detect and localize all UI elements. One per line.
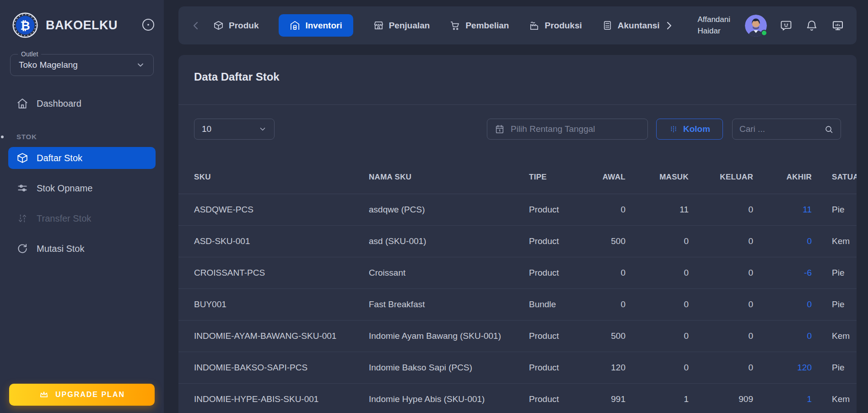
column-header-masuk[interactable]: MASUK (625, 161, 689, 194)
date-range-placeholder: Pilih Rentang Tanggal (511, 124, 595, 134)
avatar[interactable] (745, 15, 767, 37)
cell-sku: ASD-SKU-001 (178, 225, 369, 257)
column-header-akhir[interactable]: AKHIR (753, 161, 812, 194)
transfer-arrows-icon (16, 212, 28, 224)
cell-nama: Indomie Hype Abis (SKU-001) (369, 383, 529, 413)
cell-akhir[interactable]: 1 (753, 383, 812, 413)
page-size-select[interactable]: 10 (194, 119, 275, 140)
cell-masuk: 1 (625, 383, 689, 413)
chat-icon[interactable] (780, 19, 793, 32)
sidebar: ₿ BAKOELKU Outlet Toko Magelang Dashboar… (0, 0, 164, 413)
bell-icon[interactable] (805, 19, 818, 32)
cell-satuan: Kem (812, 383, 857, 413)
outlet-value: Toko Magelang (19, 60, 78, 70)
cell-keluar: 0 (689, 257, 753, 288)
cell-masuk: 0 (625, 225, 689, 257)
top-nav: Produk Inventori Penjualan (213, 14, 660, 37)
sidebar-item-stok-opname[interactable]: Stok Opname (8, 177, 156, 199)
brand-header: ₿ BAKOELKU (0, 0, 164, 38)
sidebar-item-label: Stok Opname (37, 183, 92, 194)
cell-akhir[interactable]: -6 (753, 257, 812, 288)
sidebar-collapse-icon[interactable] (141, 17, 156, 32)
tab-penjualan[interactable]: Penjualan (373, 20, 430, 31)
table-header-row: SKUNAMA SKUTIPEAWALMASUKKELUARAKHIRSATUA… (178, 161, 857, 194)
cell-keluar: 0 (689, 288, 753, 320)
topbar: Produk Inventori Penjualan (178, 6, 857, 44)
divider (178, 104, 857, 105)
crown-icon (39, 390, 49, 400)
sidebar-item-mutasi-stok[interactable]: Mutasi Stok (8, 238, 156, 260)
table-row: INDOMIE-HYPE-ABIS-SKU-001Indomie Hype Ab… (178, 383, 857, 413)
cell-keluar: 909 (689, 383, 753, 413)
cell-satuan: Kem (812, 320, 857, 352)
sliders-icon (16, 182, 28, 194)
cell-nama: Indomie Bakso Sapi (PCS) (369, 352, 529, 383)
display-icon[interactable] (831, 19, 845, 33)
cube-icon (213, 20, 224, 31)
cell-awal: 500 (577, 320, 625, 352)
main-card: Data Daftar Stok 10 Pilih Rentang Tangga… (178, 55, 857, 413)
cell-akhir[interactable]: 0 (753, 288, 812, 320)
table-controls: 10 Pilih Rentang Tanggal Kolom (194, 119, 841, 140)
cube-icon (16, 152, 28, 164)
column-header-keluar[interactable]: KELUAR (689, 161, 753, 194)
column-header-nama[interactable]: NAMA SKU (369, 161, 529, 194)
sidebar-item-transfer-stok: Transfer Stok (8, 207, 156, 229)
chevron-down-icon (259, 125, 267, 133)
search-box[interactable] (732, 119, 841, 140)
column-header-sku[interactable]: SKU (178, 161, 369, 194)
sidebar-menu: Dashboard STOK Daftar Stok Stok Opname (0, 92, 164, 260)
tab-pembelian[interactable]: Pembelian (450, 20, 509, 31)
user-name: Affandani Haidar (697, 14, 730, 37)
cell-nama: Croissant (369, 257, 529, 288)
table-row: INDOMIE-BAKSO-SAPI-PCSIndomie Bakso Sapi… (178, 352, 857, 383)
home-icon (16, 98, 28, 109)
date-range-input[interactable]: Pilih Rentang Tanggal (487, 119, 648, 140)
cell-awal: 500 (577, 225, 625, 257)
upgrade-plan-button[interactable]: UPGRADE PLAN (9, 384, 155, 406)
sidebar-item-label: Daftar Stok (37, 153, 82, 163)
bitcoin-logo-icon: ₿ (12, 12, 38, 38)
calculator-icon (602, 20, 613, 31)
tab-produk[interactable]: Produk (213, 20, 259, 31)
column-header-awal[interactable]: AWAL (577, 161, 625, 194)
section-bullet-icon (1, 136, 4, 138)
nav-scroll-right-icon[interactable] (663, 20, 674, 31)
cell-tipe: Bundle (529, 288, 577, 320)
columns-icon (669, 125, 678, 134)
cart-icon (450, 20, 460, 31)
table-body: ASDQWE-PCSasdqwe (PCS)Product011011PieAS… (178, 194, 857, 413)
sidebar-item-daftar-stok[interactable]: Daftar Stok (8, 147, 156, 169)
cell-satuan: Pie (812, 257, 857, 288)
column-header-tipe[interactable]: TIPE (529, 161, 577, 194)
table-row: BUY001Fast BreakfastBundle0000Pie (178, 288, 857, 320)
cell-keluar: 0 (689, 194, 753, 225)
cell-akhir[interactable]: 0 (753, 320, 812, 352)
table-row: ASDQWE-PCSasdqwe (PCS)Product011011Pie (178, 194, 857, 225)
topbar-right: Affandani Haidar (697, 14, 845, 37)
tab-produksi[interactable]: Produksi (529, 20, 582, 31)
cell-tipe: Product (529, 383, 577, 413)
calendar-icon (495, 124, 505, 134)
svg-text:₿: ₿ (20, 19, 30, 33)
search-input[interactable] (739, 124, 817, 134)
cell-akhir[interactable]: 11 (753, 194, 812, 225)
tab-inventori[interactable]: Inventori (279, 14, 353, 37)
cell-akhir[interactable]: 0 (753, 225, 812, 257)
search-icon (824, 125, 834, 134)
cell-tipe: Product (529, 225, 577, 257)
cell-sku: CROISSANT-PCS (178, 257, 369, 288)
cell-masuk: 0 (625, 320, 689, 352)
cell-nama: asdqwe (PCS) (369, 194, 529, 225)
tab-akuntansi[interactable]: Akuntansi (602, 20, 660, 31)
kolom-button[interactable]: Kolom (656, 119, 723, 140)
column-header-satuan[interactable]: SATUAN (812, 161, 857, 194)
table-row: CROISSANT-PCSCroissantProduct000-6Pie (178, 257, 857, 288)
outlet-select[interactable]: Outlet Toko Magelang (10, 54, 154, 76)
nav-scroll-left-icon[interactable] (190, 20, 201, 31)
sidebar-item-dashboard[interactable]: Dashboard (8, 92, 156, 114)
cell-sku: INDOMIE-HYPE-ABIS-SKU-001 (178, 383, 369, 413)
cell-awal: 0 (577, 194, 625, 225)
sidebar-section-stok: STOK (16, 133, 164, 141)
cell-akhir[interactable]: 120 (753, 352, 812, 383)
